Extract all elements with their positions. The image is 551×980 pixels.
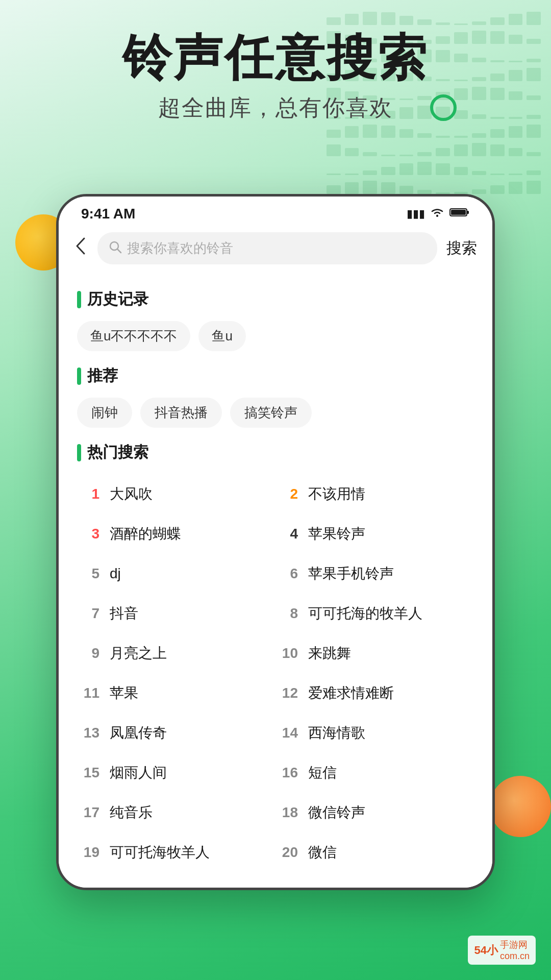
grid-bar xyxy=(509,148,523,156)
hot-search-item[interactable]: 5dj xyxy=(77,554,276,594)
hot-search-item[interactable]: 3酒醉的蝴蝶 xyxy=(77,514,276,554)
hot-rank: 7 xyxy=(82,605,99,622)
back-button[interactable] xyxy=(74,236,88,260)
history-tags: 鱼u不不不不不鱼u xyxy=(77,321,474,351)
hot-search-item[interactable]: 4苹果铃声 xyxy=(276,514,474,554)
watermark-text: 54小 xyxy=(474,943,497,958)
grid-bar xyxy=(490,144,505,156)
search-mag-icon xyxy=(109,240,122,257)
section-bar-history xyxy=(77,291,81,308)
hot-text: 不该用情 xyxy=(308,484,365,504)
hot-text: 可可托海的牧羊人 xyxy=(308,604,422,623)
hot-rank: 20 xyxy=(281,844,298,861)
hot-search-item[interactable]: 9月亮之上 xyxy=(77,633,276,673)
grid-bar xyxy=(490,174,505,175)
grid-bar xyxy=(363,181,377,194)
hero-section: 铃声任意搜索 超全曲库，总有你喜欢 xyxy=(0,31,551,123)
hot-search-item[interactable]: 19可可托海牧羊人 xyxy=(77,832,276,872)
svg-line-5 xyxy=(117,249,121,253)
search-button[interactable]: 搜索 xyxy=(446,238,477,259)
hot-search-item[interactable]: 15烟雨人间 xyxy=(77,753,276,793)
hot-rank: 14 xyxy=(281,725,298,741)
phone-mockup: 9:41 AM ▮▮▮ xyxy=(56,194,495,890)
search-input-wrap[interactable]: 搜索你喜欢的铃音 xyxy=(97,232,437,264)
status-icons: ▮▮▮ xyxy=(407,207,470,220)
hot-search-item[interactable]: 13凤凰传奇 xyxy=(77,713,276,753)
hot-rank: 12 xyxy=(281,685,298,701)
grid-bar xyxy=(381,126,395,137)
hot-rank: 15 xyxy=(82,765,99,781)
hot-search-item[interactable]: 16短信 xyxy=(276,753,474,793)
grid-bar xyxy=(527,170,541,175)
hot-text: 苹果铃声 xyxy=(308,524,365,544)
history-tag[interactable]: 鱼u xyxy=(198,321,245,351)
hot-rank: 9 xyxy=(82,645,99,662)
grid-bar xyxy=(399,155,414,157)
hot-search-item[interactable]: 6苹果手机铃声 xyxy=(276,554,474,594)
hot-search-label: 热门搜索 xyxy=(87,442,148,463)
grid-bar xyxy=(527,181,541,194)
hot-search-item[interactable]: 7抖音 xyxy=(77,594,276,633)
grid-bar xyxy=(399,129,414,138)
grid-bar xyxy=(363,125,377,138)
grid-bar xyxy=(472,143,486,156)
hot-text: 爱难求情难断 xyxy=(308,683,394,703)
phone-frame: 9:41 AM ▮▮▮ xyxy=(56,194,495,890)
grid-bar xyxy=(327,174,341,176)
hot-rank: 10 xyxy=(281,645,298,662)
recommend-tag[interactable]: 搞笑铃声 xyxy=(230,398,312,428)
status-bar: 9:41 AM ▮▮▮ xyxy=(59,197,492,227)
hot-rank: 13 xyxy=(82,725,99,741)
hot-text: 月亮之上 xyxy=(110,644,167,663)
hot-text: 苹果 xyxy=(110,683,138,703)
hot-text: 微信铃声 xyxy=(308,803,365,822)
hot-text: 烟雨人间 xyxy=(110,763,167,782)
search-placeholder: 搜索你喜欢的铃音 xyxy=(127,239,233,257)
wifi-icon xyxy=(430,207,444,220)
hot-search-item[interactable]: 11苹果 xyxy=(77,673,276,713)
grid-bar xyxy=(509,126,523,138)
grid-bar xyxy=(345,182,359,194)
watermark: 54小 手游网com.cn xyxy=(468,936,536,965)
history-tag[interactable]: 鱼u不不不不不 xyxy=(77,321,190,351)
hot-search-item[interactable]: 2不该用情 xyxy=(276,474,474,514)
hot-search-item[interactable]: 18微信铃声 xyxy=(276,793,474,832)
hot-search-item[interactable]: 14西海情歌 xyxy=(276,713,474,753)
orange-blob-decoration xyxy=(490,776,551,837)
hot-rank: 17 xyxy=(82,804,99,821)
grid-bar xyxy=(472,171,486,175)
watermark-sub: 手游网com.cn xyxy=(500,939,530,962)
hot-search-item[interactable]: 17纯音乐 xyxy=(77,793,276,832)
hot-search-item[interactable]: 12爱难求情难断 xyxy=(276,673,474,713)
hot-rank: 19 xyxy=(82,844,99,861)
grid-bar xyxy=(472,21,486,25)
hot-search-item[interactable]: 10来跳舞 xyxy=(276,633,474,673)
hot-search-item[interactable]: 20微信 xyxy=(276,832,474,872)
hot-rank: 16 xyxy=(281,765,298,781)
grid-bar xyxy=(381,182,395,194)
hot-search-item[interactable]: 8可可托海的牧羊人 xyxy=(276,594,474,633)
hot-text: 大风吹 xyxy=(110,484,153,504)
grid-bar xyxy=(436,136,450,138)
grid-bar xyxy=(509,174,523,176)
recommend-tag[interactable]: 抖音热播 xyxy=(140,398,222,428)
hot-search-section-title: 热门搜索 xyxy=(77,442,474,463)
hot-text: 凤凰传奇 xyxy=(110,723,167,743)
grid-bar xyxy=(490,185,505,194)
search-bar-row: 搜索你喜欢的铃音 搜索 xyxy=(59,227,492,274)
grid-bar xyxy=(399,186,414,194)
hot-search-grid: 1大风吹2不该用情3酒醉的蝴蝶4苹果铃声5dj6苹果手机铃声7抖音8可可托海的牧… xyxy=(77,474,474,872)
hot-text: 苹果手机铃声 xyxy=(308,564,394,583)
recommend-tag[interactable]: 闹钟 xyxy=(77,398,132,428)
grid-bar xyxy=(454,144,468,156)
grid-bar xyxy=(417,133,432,138)
hot-rank: 2 xyxy=(281,486,298,502)
recommend-tags: 闹钟抖音热播搞笑铃声 xyxy=(77,398,474,428)
hot-rank: 8 xyxy=(281,605,298,622)
grid-bar xyxy=(490,129,505,137)
hot-search-item[interactable]: 1大风吹 xyxy=(77,474,276,514)
hot-text: 微信 xyxy=(308,843,337,862)
svg-rect-2 xyxy=(467,211,469,214)
hot-text: 酒醉的蝴蝶 xyxy=(110,524,181,544)
hot-rank: 18 xyxy=(281,804,298,821)
